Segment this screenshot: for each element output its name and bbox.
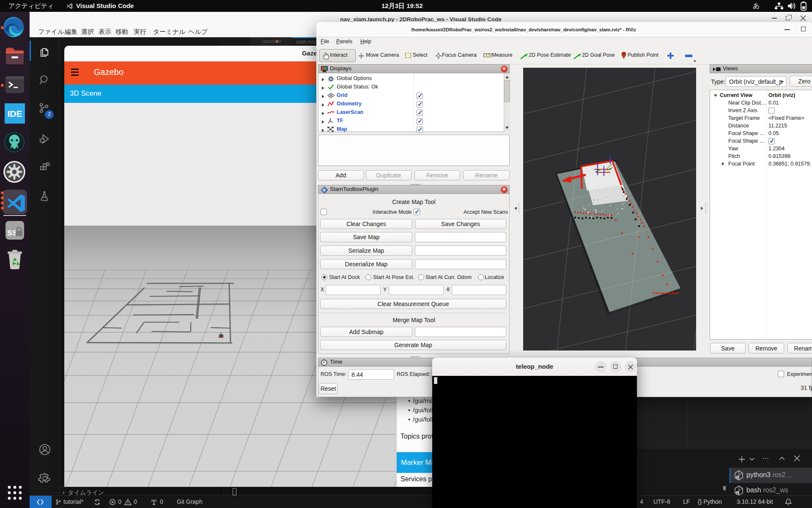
svg-text:$: $ [737, 491, 739, 495]
svg-text:$: $ [737, 476, 739, 480]
svg-text:IDE: IDE [7, 109, 22, 119]
